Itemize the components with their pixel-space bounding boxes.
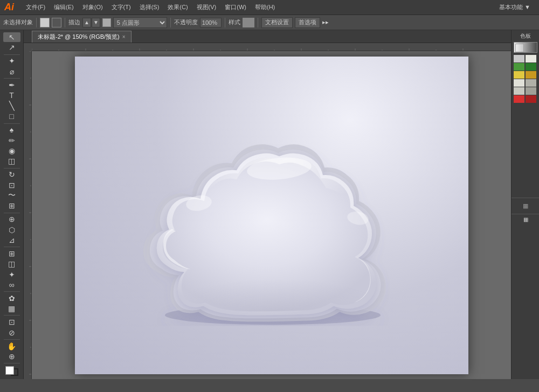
toolbar-sep-1 [36, 18, 37, 27]
menu-effect[interactable]: 效果(C) [163, 2, 192, 12]
column-graph-tool[interactable]: ▦ [3, 304, 20, 313]
pencil-tool[interactable]: ✏ [3, 136, 20, 145]
ruler-top [32, 43, 511, 51]
canvas-wrapper: 未标题-2* @ 150% (RGB/预览) × [24, 30, 511, 379]
color-swatch-grid [514, 55, 537, 103]
gradient-tool[interactable]: ◫ [3, 259, 20, 269]
tool-sep-9 [4, 339, 20, 340]
panel-options-icon[interactable]: ▦ [512, 198, 539, 214]
tool-sep-1 [4, 54, 20, 55]
basic-function-menu[interactable]: 基本功能 ▼ [495, 2, 535, 12]
fill-stroke-area [5, 366, 18, 376]
blob-brush-tool[interactable]: ◉ [3, 146, 20, 156]
free-transform-tool[interactable]: ⊞ [3, 201, 20, 211]
swatch-8[interactable] [514, 87, 524, 95]
blend-tool[interactable]: ∞ [3, 280, 20, 290]
menu-text[interactable]: 文字(T) [107, 2, 135, 12]
menu-file[interactable]: 文件(F) [22, 2, 50, 12]
selection-tool[interactable]: ↖ [3, 32, 20, 42]
live-paint-tool[interactable]: ⬡ [3, 225, 20, 235]
toolbar-sep-4 [225, 18, 225, 27]
scale-tool[interactable]: ⊡ [3, 180, 20, 190]
color-swatches-panel: 色板 [512, 30, 539, 198]
swatch-4[interactable] [514, 71, 524, 79]
eyedropper-tool[interactable]: ✦ [3, 269, 20, 279]
brush-size-up[interactable]: ▼ [92, 18, 100, 27]
magic-wand-tool[interactable]: ✦ [3, 56, 20, 66]
tool-sep-4 [4, 168, 20, 169]
zoom-tool[interactable]: ⊕ [3, 352, 20, 361]
menu-help[interactable]: 帮助(H) [251, 2, 279, 12]
shape-builder-tool[interactable]: ⊕ [3, 214, 20, 224]
direct-selection-tool[interactable]: ↗ [3, 43, 20, 52]
swatch-2[interactable] [514, 63, 524, 71]
style-label: 样式 [229, 18, 240, 26]
tab-close-button[interactable]: × [122, 34, 126, 40]
swatch-7[interactable] [526, 79, 536, 87]
eraser-tool[interactable]: ◫ [3, 156, 20, 166]
swatch-0[interactable] [514, 55, 524, 62]
fill-color-swatch[interactable] [40, 18, 50, 27]
no-selection-label: 未选择对象 [3, 18, 33, 26]
menu-select[interactable]: 选择(S) [135, 2, 164, 12]
cloud-container [121, 121, 423, 326]
perspective-grid-tool[interactable]: ⊿ [3, 235, 20, 245]
fill-box[interactable] [5, 366, 14, 375]
toolbar-sep-5 [258, 18, 258, 27]
swatch-11[interactable] [526, 95, 536, 103]
first-item-button[interactable]: 首选项 [295, 17, 320, 28]
artboard-tool[interactable]: ⊡ [3, 317, 20, 327]
brush-size-label: 描边 [68, 18, 80, 26]
ruler-left [24, 51, 32, 379]
paintbrush-tool[interactable]: ♠ [3, 125, 20, 135]
toolbar-sep-2 [65, 18, 65, 27]
svg-rect-18 [24, 51, 32, 379]
line-tool[interactable]: ╲ [3, 101, 20, 111]
extra-icon[interactable]: ▸▸ [322, 19, 329, 26]
artboard [75, 57, 468, 374]
slice-tool[interactable]: ⊘ [3, 327, 20, 337]
swatch-1[interactable] [526, 55, 536, 62]
rect-tool[interactable]: □ [3, 111, 20, 121]
swatch-5[interactable] [526, 71, 536, 79]
toolbox: ↖ ↗ ✦ ⌀ ✒ T ╲ □ ♠ ✏ ◉ ◫ ↻ ⊡ 〜 ⊞ ⊕ ⬡ ⊿ ⊞ … [0, 30, 24, 379]
spectrum-strip[interactable] [514, 42, 537, 53]
menu-view[interactable]: 视图(V) [192, 2, 221, 12]
menu-edit[interactable]: 编辑(E) [50, 2, 78, 12]
brush-size-down[interactable]: ▲ [82, 18, 91, 27]
artboard-wrapper [32, 51, 511, 379]
symbol-sprayer-tool[interactable]: ✿ [3, 293, 20, 303]
tool-sep-3 [4, 123, 20, 124]
right-color-panel: 色板 ▦ ▦ [511, 30, 539, 379]
lasso-tool[interactable]: ⌀ [3, 67, 20, 76]
swatch-6[interactable] [514, 79, 524, 87]
svg-rect-0 [32, 43, 511, 51]
swatch-3[interactable] [526, 63, 536, 71]
color-panel-title: 色板 [514, 32, 537, 40]
warp-tool[interactable]: 〜 [3, 191, 20, 200]
main-layout: ↖ ↗ ✦ ⌀ ✒ T ╲ □ ♠ ✏ ◉ ◫ ↻ ⊡ 〜 ⊞ ⊕ ⬡ ⊿ ⊞ … [0, 30, 539, 379]
menu-window[interactable]: 窗口(W) [220, 2, 251, 12]
tab-label: 未标题-2* @ 150% (RGB/预览) [38, 33, 120, 41]
opacity-input[interactable] [200, 18, 222, 27]
type-tool[interactable]: T [3, 90, 20, 100]
brush-type-select[interactable]: 5 点圆形 [113, 17, 167, 28]
rotate-tool[interactable]: ↻ [3, 170, 20, 179]
tool-sep-10 [4, 363, 20, 363]
app-logo: Ai [4, 2, 14, 13]
swatch-10[interactable] [514, 95, 524, 103]
canvas-main-row [24, 51, 511, 379]
ruler-corner [24, 43, 32, 51]
doc-settings-button[interactable]: 文档设置 [261, 17, 293, 28]
document-tab[interactable]: 未标题-2* @ 150% (RGB/预览) × [32, 31, 132, 43]
style-swatch[interactable] [243, 18, 254, 27]
panel-grid-icon: ▦ [523, 202, 528, 209]
tool-sep-7 [4, 291, 20, 292]
mesh-tool[interactable]: ⊞ [3, 249, 20, 258]
menu-object[interactable]: 对象(O) [78, 2, 107, 12]
swatch-9[interactable] [526, 87, 536, 95]
pen-tool[interactable]: ✒ [3, 80, 20, 90]
brush-color[interactable] [102, 18, 111, 27]
hand-tool[interactable]: ✋ [3, 341, 20, 351]
stroke-color-swatch[interactable] [52, 18, 61, 27]
